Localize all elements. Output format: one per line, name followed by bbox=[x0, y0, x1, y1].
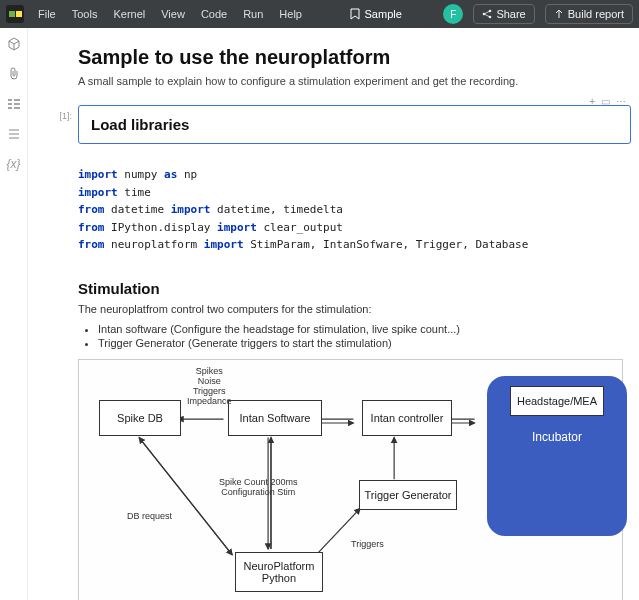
box-intan-controller: Intan controller bbox=[362, 400, 452, 436]
code-block[interactable]: import numpy as np import time from date… bbox=[78, 160, 631, 260]
cell-heading: Load libraries bbox=[91, 116, 618, 133]
notebook-bookmark[interactable]: Sample bbox=[340, 8, 412, 20]
report-icon bbox=[554, 9, 564, 19]
cell-prompt: [1]: bbox=[36, 105, 78, 148]
page-title: Sample to use the neuroplatform bbox=[78, 46, 631, 69]
stimulation-desc: The neuroplatfrom control two computers … bbox=[78, 303, 631, 315]
markdown-cell[interactable]: [1]: + ▭ ⋯ Load libraries bbox=[36, 105, 631, 148]
box-spike-db: Spike DB bbox=[99, 400, 181, 436]
bookmark-label: Sample bbox=[365, 8, 402, 20]
cube-icon[interactable] bbox=[6, 36, 22, 52]
menu-run[interactable]: Run bbox=[237, 4, 269, 24]
app-icon[interactable] bbox=[6, 5, 24, 23]
share-button[interactable]: Share bbox=[473, 4, 534, 24]
cell-type-icon[interactable]: ▭ bbox=[601, 96, 610, 107]
architecture-diagram: Spike DB Intan Software Intan controller… bbox=[78, 359, 623, 600]
box-trigger-generator: Trigger Generator bbox=[359, 480, 457, 510]
avatar[interactable]: F bbox=[443, 4, 463, 24]
stimulation-bullets: Intan software (Configure the headstage … bbox=[98, 323, 631, 349]
box-neuroplatform-python: NeuroPlatform Python bbox=[235, 552, 323, 592]
bookmark-icon bbox=[350, 8, 360, 20]
label-spikes: Spikes Noise Triggers Impedance bbox=[187, 367, 232, 407]
share-icon bbox=[482, 9, 492, 19]
menu-view[interactable]: View bbox=[155, 4, 191, 24]
stimulation-heading: Stimulation bbox=[78, 280, 631, 297]
box-intan-software: Intan Software bbox=[228, 400, 322, 436]
incubator-box: Headstage/MEA Incubator bbox=[487, 376, 627, 536]
label-triggers: Triggers bbox=[351, 540, 384, 550]
notebook-content[interactable]: Sample to use the neuroplatform A small … bbox=[28, 28, 639, 600]
page-subtitle: A small sample to explain how to configu… bbox=[78, 75, 631, 87]
cell-more-icon[interactable]: ⋯ bbox=[616, 96, 626, 107]
top-menubar: File Tools Kernel View Code Run Help Sam… bbox=[0, 0, 639, 28]
menu-tools[interactable]: Tools bbox=[66, 4, 104, 24]
build-report-label: Build report bbox=[568, 8, 624, 20]
menu-file[interactable]: File bbox=[32, 4, 62, 24]
label-spikecount: Spike Count 200ms Configuration Stim bbox=[219, 478, 298, 498]
build-report-button[interactable]: Build report bbox=[545, 4, 633, 24]
incubator-label: Incubator bbox=[532, 430, 582, 444]
cell-add-icon[interactable]: + bbox=[589, 96, 595, 107]
left-rail: {x} bbox=[0, 28, 28, 600]
box-headstage: Headstage/MEA bbox=[510, 386, 604, 416]
menu-code[interactable]: Code bbox=[195, 4, 233, 24]
toc-icon[interactable] bbox=[6, 96, 22, 112]
label-db-request: DB request bbox=[127, 512, 172, 522]
menu-help[interactable]: Help bbox=[273, 4, 308, 24]
menu-kernel[interactable]: Kernel bbox=[107, 4, 151, 24]
attachment-icon[interactable] bbox=[6, 66, 22, 82]
share-label: Share bbox=[496, 8, 525, 20]
list-item: Trigger Generator (Generate triggers to … bbox=[98, 337, 631, 349]
outline-icon[interactable] bbox=[6, 126, 22, 142]
list-item: Intan software (Configure the headstage … bbox=[98, 323, 631, 335]
code-cell[interactable]: import numpy as np import time from date… bbox=[36, 160, 631, 260]
variables-icon[interactable]: {x} bbox=[6, 156, 22, 172]
